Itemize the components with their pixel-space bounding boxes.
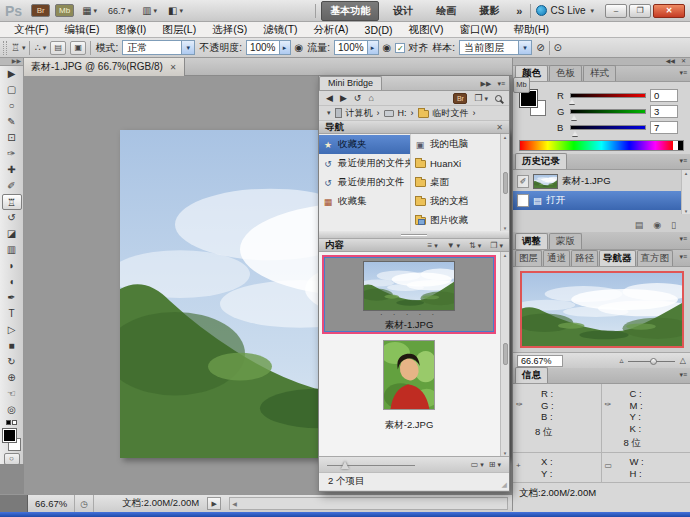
thumbnail-portrait[interactable]: [383, 340, 435, 410]
menu-3d[interactable]: 3D(D): [357, 24, 401, 36]
content-scrollbar[interactable]: ▴ ▾: [500, 252, 509, 456]
mini-bridge-tab[interactable]: Mini Bridge: [319, 76, 382, 90]
select-button[interactable]: ⇅▾: [469, 241, 481, 250]
workspace-painting[interactable]: 绘画: [427, 1, 465, 21]
eraser-tool[interactable]: ◪: [2, 226, 22, 242]
opacity-field[interactable]: 100%▸: [246, 40, 291, 55]
tab-layers[interactable]: 图层: [515, 250, 542, 266]
slider-thumb[interactable]: [569, 99, 575, 104]
mode-select[interactable]: 正常▾: [122, 40, 195, 55]
toggle-clone-source-panel-button[interactable]: ▣: [70, 41, 86, 55]
panel-menu-icon[interactable]: ▾≡: [679, 157, 687, 165]
status-zoom-field[interactable]: 66.67%: [28, 495, 75, 512]
zoom-out-icon[interactable]: ▵: [619, 356, 623, 365]
scroll-up-icon[interactable]: ▴: [504, 134, 507, 140]
rectangular-marquee-tool[interactable]: ▢: [2, 82, 22, 98]
foreground-color-swatch[interactable]: [3, 429, 16, 442]
view-extras-button[interactable]: ▥▾: [139, 4, 160, 17]
red-value-field[interactable]: 0: [650, 89, 678, 102]
3d-object-rotate-tool[interactable]: ↻: [2, 354, 22, 370]
tab-channels[interactable]: 通道: [543, 250, 570, 266]
history-state-open[interactable]: ▤ 打开: [513, 191, 690, 210]
launch-bridge-button[interactable]: Br: [31, 4, 50, 17]
launch-minibridge-button[interactable]: Mb: [55, 4, 74, 17]
view-mode-button[interactable]: ▭▾: [471, 460, 484, 469]
nav-item-collections[interactable]: ▦收藏集: [319, 192, 410, 211]
workspace-essentials[interactable]: 基本功能: [321, 1, 379, 21]
nav-item-huanxi[interactable]: HuanXi: [411, 154, 500, 173]
menu-image[interactable]: 图像(I): [107, 23, 154, 37]
scroll-down-icon[interactable]: ▾: [504, 225, 507, 231]
view-layout-button[interactable]: ▦▾: [79, 4, 100, 17]
airbrush-toggle-icon[interactable]: ◉: [383, 42, 392, 53]
restore-button[interactable]: ❐: [629, 4, 651, 18]
menu-select[interactable]: 选择(S): [204, 23, 255, 37]
open-button[interactable]: ❐▾: [490, 241, 503, 250]
thumbnail-size-slider[interactable]: [327, 460, 415, 470]
navigator-proxy-view[interactable]: [520, 271, 684, 348]
scrollbar-thumb[interactable]: [503, 172, 508, 194]
red-slider[interactable]: [570, 93, 646, 98]
type-tool[interactable]: T: [2, 306, 22, 322]
spot-healing-brush-tool[interactable]: ✚: [2, 162, 22, 178]
content-item[interactable]: 素材-2.JPG: [322, 340, 496, 432]
eyedropper-tool[interactable]: ✑: [2, 146, 22, 162]
nav-item-recent-folders[interactable]: ↺最近使用的文件夹: [319, 154, 410, 173]
new-document-from-state-button[interactable]: ▤: [635, 220, 644, 230]
toggle-brush-panel-button[interactable]: ▤: [50, 41, 66, 55]
3d-camera-rotate-tool[interactable]: ⊕: [2, 370, 22, 386]
foreground-background-swatches[interactable]: [2, 429, 22, 451]
breadcrumb-drive[interactable]: H:: [398, 108, 407, 118]
green-value-field[interactable]: 3: [650, 105, 678, 118]
nav-item-my-documents[interactable]: 我的文档: [411, 192, 500, 211]
nav-item-my-computer[interactable]: ▣我的电脑: [411, 135, 500, 154]
menu-layer[interactable]: 图层(L): [154, 23, 204, 37]
status-options-button[interactable]: ▶: [207, 497, 221, 510]
slider-thumb[interactable]: [572, 131, 578, 136]
history-source-well[interactable]: [517, 194, 529, 207]
navigator-zoom-slider[interactable]: [628, 356, 674, 366]
zoom-level-button[interactable]: 66.7▾: [105, 4, 134, 18]
tab-close-icon[interactable]: ✕: [170, 63, 177, 72]
history-snapshot-row[interactable]: ✐ 素材-1.JPG: [513, 172, 690, 191]
options-grip[interactable]: [3, 41, 7, 55]
pod-splitter[interactable]: [319, 231, 509, 239]
panel-menu-icon[interactable]: ▾≡: [497, 80, 505, 88]
zoom-in-icon[interactable]: △: [680, 356, 686, 365]
pen-tool[interactable]: ✒: [2, 290, 22, 306]
scroll-down-icon[interactable]: ▾: [685, 208, 688, 214]
thumbnail-landscape[interactable]: [363, 261, 455, 311]
move-tool[interactable]: ▶: [2, 66, 22, 82]
brush-tool[interactable]: ✐: [2, 178, 22, 194]
quick-mask-button[interactable]: ○: [4, 453, 20, 465]
resize-grip[interactable]: ◢: [502, 481, 507, 489]
recent-items-button[interactable]: ↺: [354, 93, 362, 103]
close-button[interactable]: ✕: [653, 4, 685, 18]
home-button[interactable]: ⌂: [368, 93, 373, 103]
panel-menu-icon[interactable]: ▾≡: [679, 69, 687, 77]
panel-menu-icon[interactable]: ▾≡: [679, 371, 687, 379]
dodge-tool[interactable]: ◖: [2, 274, 22, 290]
screen-mode-button[interactable]: ◧▾: [165, 4, 186, 17]
color-spectrum-ramp[interactable]: [519, 140, 684, 151]
breadcrumb-computer[interactable]: 计算机: [346, 107, 373, 120]
new-snapshot-button[interactable]: ◉: [653, 220, 661, 230]
ignore-adjustment-layers-button[interactable]: ⊘: [536, 42, 544, 53]
nav-item-recent-files[interactable]: ↺最近使用的文件: [319, 173, 410, 192]
search-icon[interactable]: [495, 95, 502, 102]
workspace-photography[interactable]: 摄影: [470, 1, 508, 21]
scroll-down-icon[interactable]: ▾: [504, 450, 507, 456]
zoom-tool[interactable]: ◎: [2, 402, 22, 418]
menu-filter[interactable]: 滤镜(T): [255, 23, 305, 37]
workspace-design[interactable]: 设计: [384, 1, 422, 21]
tab-navigator[interactable]: 导航器: [599, 250, 636, 266]
clone-stamp-tool[interactable]: ♖: [2, 194, 22, 210]
rating-dots[interactable]: · · · · ·: [324, 311, 494, 319]
eyedropper-icon[interactable]: ✑: [516, 400, 523, 409]
color-swatches[interactable]: [520, 90, 546, 116]
rectangle-tool[interactable]: ■: [2, 338, 22, 354]
tab-paths[interactable]: 路径: [571, 250, 598, 266]
mini-bridge-dock-icon[interactable]: Mb: [513, 77, 530, 93]
panel-collapse-icon[interactable]: ▶▶: [481, 80, 492, 88]
nav-item-desktop[interactable]: 桌面: [411, 173, 500, 192]
